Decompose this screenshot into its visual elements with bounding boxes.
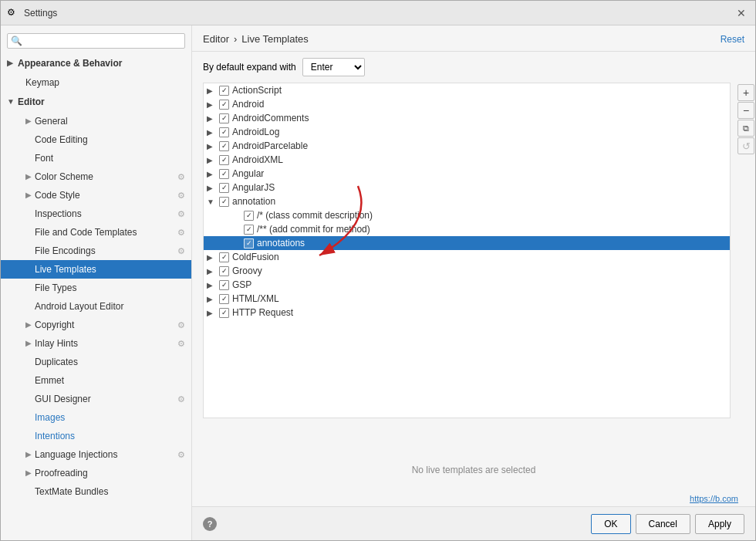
chevron-right-icon-codestyle: ▶ [25, 188, 35, 203]
search-box[interactable]: 🔍 [7, 33, 185, 49]
sidebar-item-gui-designer-label: GUI Designer [35, 391, 91, 407]
label-angular: Angular [232, 168, 264, 179]
cancel-button[interactable]: Cancel [636, 514, 690, 534]
ok-button[interactable]: OK [591, 514, 630, 534]
copy-button[interactable]: ⧉ [737, 120, 754, 137]
template-list: ▶ ActionScript ▶ Android ▶ [203, 83, 731, 418]
tree-item-coldfusion[interactable]: ▶ ColdFusion [204, 250, 730, 264]
cb-annotation[interactable] [219, 197, 229, 207]
sidebar-item-appearance-label: Appearance & Behavior [18, 56, 122, 71]
tree-item-androidcomments[interactable]: ▶ AndroidComments [204, 111, 730, 125]
tree-item-annotation-commit-method[interactable]: /** (add commit for method) [204, 222, 730, 236]
sidebar-item-appearance[interactable]: ▶ Appearance & Behavior [1, 53, 191, 73]
arrow-androidlog: ▶ [207, 128, 219, 137]
sidebar-item-duplicates[interactable]: Duplicates [1, 353, 191, 371]
tree-item-annotation[interactable]: ▼ annotation [204, 194, 730, 208]
cb-angularjs[interactable] [219, 183, 229, 193]
gear-icon-color: ⚙ [177, 169, 185, 184]
cb-coldfusion[interactable] [219, 252, 229, 262]
main-header: Editor › Live Templates Reset [192, 25, 755, 52]
sidebar-item-gui-designer[interactable]: GUI Designer ⚙ [1, 390, 191, 408]
label-androidlog: AndroidLog [232, 127, 279, 137]
cb-httprequest[interactable] [219, 308, 229, 318]
sidebar-item-file-code-templates[interactable]: File and Code Templates ⚙ [1, 223, 191, 242]
label-coldfusion: ColdFusion [232, 252, 279, 262]
apply-button[interactable]: Apply [695, 514, 744, 534]
expand-select[interactable]: Enter Tab Space [302, 58, 365, 76]
sidebar-item-live-templates[interactable]: Live Templates [1, 260, 191, 279]
sidebar-item-emmet[interactable]: Emmet [1, 371, 191, 390]
sidebar-item-proofreading[interactable]: ▶ Proofreading [1, 464, 191, 482]
sidebar-item-code-editing[interactable]: Code Editing [1, 130, 191, 149]
sidebar-item-inlay-hints-label: Inlay Hints [35, 336, 78, 351]
cb-android[interactable] [219, 100, 229, 110]
sidebar-item-inlay-hints[interactable]: ▶ Inlay Hints ⚙ [1, 334, 191, 353]
gear-icon-inlay: ⚙ [177, 336, 185, 351]
sidebar-item-font[interactable]: Font [1, 149, 191, 167]
chevron-right-icon-proof: ▶ [25, 465, 35, 481]
tree-item-androidparcelable[interactable]: ▶ AndroidParcelable [204, 139, 730, 153]
sidebar-item-editor[interactable]: ▼ Editor [1, 92, 191, 112]
sidebar-item-editor-label: Editor [18, 94, 45, 110]
help-button[interactable]: ? [203, 517, 217, 531]
sidebar-item-images[interactable]: Images [1, 408, 191, 427]
sidebar-item-images-label: Images [35, 410, 65, 425]
options-bar: By default expand with Enter Tab Space [192, 52, 755, 83]
sidebar-item-file-encodings-label: File Encodings [35, 243, 96, 259]
tree-item-gsp[interactable]: ▶ GSP [204, 278, 730, 292]
sidebar-item-general[interactable]: ▶ General [1, 112, 191, 130]
sidebar-item-android-layout-editor[interactable]: Android Layout Editor [1, 297, 191, 316]
tree-item-angular[interactable]: ▶ Angular [204, 167, 730, 181]
sidebar-item-emmet-label: Emmet [35, 373, 64, 388]
cb-androidlog[interactable] [219, 127, 229, 137]
remove-button[interactable]: − [737, 102, 754, 119]
gear-icon-inspections: ⚙ [177, 206, 185, 221]
cb-actionscript[interactable] [219, 86, 229, 96]
sidebar-item-inspections[interactable]: Inspections ⚙ [1, 205, 191, 223]
sidebar-item-keymap[interactable]: Keymap [1, 73, 191, 92]
cb-androidparcelable[interactable] [219, 141, 229, 151]
sidebar-item-general-label: General [35, 113, 68, 129]
cb-annotation-commit-method[interactable] [244, 225, 254, 235]
tree-item-annotations[interactable]: annotations [204, 236, 730, 250]
tree-item-groovy[interactable]: ▶ Groovy [204, 264, 730, 278]
tree-item-angularjs[interactable]: ▶ AngularJS [204, 181, 730, 194]
sidebar-item-language-injections[interactable]: ▶ Language Injections ⚙ [1, 445, 191, 464]
add-button[interactable]: + [737, 84, 754, 101]
gear-icon-filecode: ⚙ [177, 225, 185, 240]
restore-button[interactable]: ↺ [737, 137, 754, 154]
sidebar-item-copyright[interactable]: ▶ Copyright ⚙ [1, 316, 191, 334]
tree-item-httprequest[interactable]: ▶ HTTP Request [204, 306, 730, 320]
template-area: ▶ ActionScript ▶ Android ▶ [192, 83, 755, 418]
tree-item-actionscript[interactable]: ▶ ActionScript [204, 83, 730, 97]
tree-item-android[interactable]: ▶ Android [204, 97, 730, 111]
main-content: Editor › Live Templates Reset By default… [192, 25, 755, 540]
cb-androidxml[interactable] [219, 155, 229, 165]
search-input[interactable] [25, 36, 181, 46]
sidebar-item-file-types[interactable]: File Types [1, 279, 191, 297]
cb-htmlxml[interactable] [219, 294, 229, 304]
label-androidparcelable: AndroidParcelable [232, 140, 308, 151]
label-actionscript: ActionScript [232, 85, 282, 96]
template-list-inner: ▶ ActionScript ▶ Android ▶ [204, 83, 730, 418]
tree-item-htmlxml[interactable]: ▶ HTML/XML [204, 292, 730, 306]
reset-link[interactable]: Reset [721, 34, 744, 45]
cb-annotation-commit-desc[interactable] [244, 211, 254, 221]
sidebar-item-code-style[interactable]: ▶ Code Style ⚙ [1, 186, 191, 205]
cb-groovy[interactable] [219, 266, 229, 276]
sidebar: 🔍 ▶ Appearance & Behavior Keymap ▼ Edito… [1, 25, 192, 540]
tree-item-androidlog[interactable]: ▶ AndroidLog [204, 125, 730, 139]
cb-angular[interactable] [219, 169, 229, 179]
close-button[interactable]: ✕ [734, 5, 749, 21]
sidebar-item-color-scheme[interactable]: ▶ Color Scheme ⚙ [1, 167, 191, 186]
tree-item-annotation-commit-desc[interactable]: /* (class commit description) [204, 208, 730, 222]
sidebar-item-file-encodings[interactable]: File Encodings ⚙ [1, 242, 191, 260]
cb-gsp[interactable] [219, 280, 229, 290]
sidebar-item-proofreading-label: Proofreading [35, 465, 88, 481]
cb-androidcomments[interactable] [219, 113, 229, 123]
sidebar-item-intentions[interactable]: Intentions [1, 427, 191, 445]
tree-item-androidxml[interactable]: ▶ AndroidXML [204, 153, 730, 167]
sidebar-item-textmate-bundles[interactable]: TextMate Bundles [1, 482, 191, 501]
cb-annotations[interactable] [244, 238, 254, 249]
url-hint[interactable]: https://b.com [690, 494, 738, 503]
